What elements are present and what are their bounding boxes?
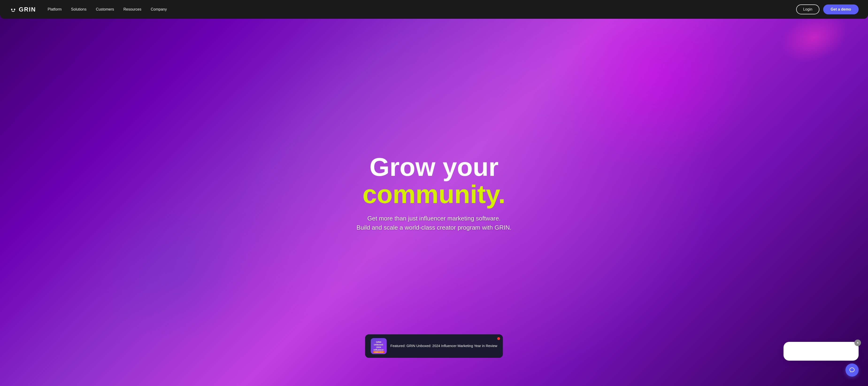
nav-resources[interactable]: Resources xyxy=(123,7,141,11)
get-demo-button[interactable]: Get a demo xyxy=(823,4,859,14)
featured-thumb-text: GRIN Unboxed: 2024 Influencer xyxy=(371,340,386,352)
svg-point-0 xyxy=(11,9,12,10)
hero-section: Grow your community. Get more than just … xyxy=(0,0,868,386)
featured-text-content: Featured: GRIN Unboxed: 2024 Influencer … xyxy=(390,344,497,349)
grin-logo-icon xyxy=(9,6,17,13)
logo-text: GRIN xyxy=(19,6,36,13)
navbar: GRIN Platform Solutions Customers Resour… xyxy=(0,0,868,19)
svg-point-1 xyxy=(14,9,15,10)
chat-bubble: × xyxy=(783,342,859,361)
featured-thumbnail: GRIN Unboxed: 2024 Influencer UNBOXED xyxy=(371,338,386,354)
chat-bubble-icon xyxy=(849,367,855,373)
hero-subtitle: Get more than just influencer marketing … xyxy=(356,214,512,232)
hero-title-line1: Grow your community. xyxy=(356,154,512,208)
logo[interactable]: GRIN xyxy=(9,6,36,13)
chat-open-button[interactable] xyxy=(845,363,859,377)
navbar-right: Login Get a demo xyxy=(796,4,859,14)
nav-company[interactable]: Company xyxy=(151,7,167,11)
nav-solutions[interactable]: Solutions xyxy=(71,7,87,11)
nav-customers[interactable]: Customers xyxy=(96,7,114,11)
featured-live-dot xyxy=(497,337,500,340)
featured-badge[interactable]: GRIN Unboxed: 2024 Influencer UNBOXED Fe… xyxy=(365,334,503,358)
login-button[interactable]: Login xyxy=(796,4,819,14)
nav-platform[interactable]: Platform xyxy=(48,7,62,11)
chat-widget: × xyxy=(783,342,859,377)
hero-content: Grow your community. Get more than just … xyxy=(352,154,516,232)
nav-links: Platform Solutions Customers Resources C… xyxy=(48,7,167,11)
featured-heading: Featured: GRIN Unboxed: 2024 Influencer … xyxy=(390,344,497,348)
chat-close-button[interactable]: × xyxy=(855,339,861,346)
navbar-left: GRIN Platform Solutions Customers Resour… xyxy=(9,6,167,13)
unboxed-tag-label: UNBOXED xyxy=(373,351,384,353)
